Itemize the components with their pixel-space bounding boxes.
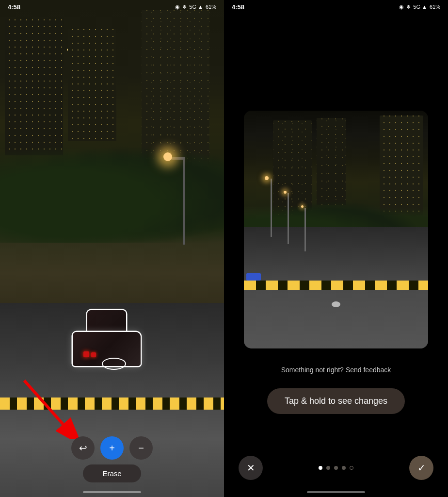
bottom-action-bar: ✕ ✓	[224, 456, 448, 480]
minus-button[interactable]: −	[129, 436, 153, 460]
right-road-divider	[244, 281, 428, 290]
car-taillight-left	[83, 351, 89, 357]
right-whatsapp-icon: ◉	[399, 4, 404, 10]
svg-line-1	[24, 381, 63, 424]
whatsapp-icon: ◉	[175, 4, 180, 10]
dot-1	[319, 466, 322, 470]
undo-button[interactable]: ↩	[71, 436, 95, 460]
close-icon: ✕	[247, 462, 255, 474]
left-status-time: 4:58	[8, 3, 20, 11]
progress-dots	[319, 466, 353, 470]
building-left	[5, 19, 63, 155]
right-panel: 4:58 ◉ ❄ 5G ▲ 61%	[224, 0, 448, 497]
right-road	[244, 227, 428, 348]
car-selection-oval	[102, 358, 126, 370]
car-with-outline	[63, 308, 150, 366]
right-status-bar: 4:58 ◉ ❄ 5G ▲ 61%	[224, 0, 448, 14]
right-battery-icon: 61%	[430, 4, 440, 10]
blue-vehicle	[246, 273, 261, 281]
red-arrow-icon	[10, 366, 82, 439]
dot-undo	[350, 466, 353, 470]
bottom-controls-left: ↩ + − Erase	[0, 436, 224, 482]
dot-4	[342, 466, 346, 470]
left-status-bar: 4:58 ◉ ❄ 5G ▲ 61%	[0, 0, 224, 14]
home-indicator-right[interactable]	[307, 491, 365, 493]
accept-button[interactable]: ✓	[409, 456, 433, 480]
signal-icon: 5G ▲	[189, 4, 203, 10]
right-status-icons: ◉ ❄ 5G ▲ 61%	[399, 4, 440, 10]
car-taillight-right	[91, 352, 96, 357]
right-wifi-icon: ❄	[406, 4, 411, 10]
add-button[interactable]: +	[100, 436, 124, 460]
right-photo-bg	[244, 111, 428, 348]
right-signal-icon: 5G ▲	[413, 4, 427, 10]
tap-hold-hint[interactable]: Tap & hold to see changes	[267, 388, 405, 414]
feedback-static-text: Something not right?	[281, 366, 344, 374]
control-buttons-row: ↩ + −	[71, 436, 153, 460]
erase-label: Erase	[83, 464, 141, 482]
dot-3	[334, 466, 338, 470]
undo-icon: ↩	[79, 442, 87, 454]
left-panel: 4:58 ◉ ❄ 5G ▲ 61% ↩ + − Erase	[0, 0, 224, 497]
left-status-icons: ◉ ❄ 5G ▲ 61%	[175, 4, 216, 10]
road-debris-object	[332, 301, 340, 307]
home-indicator-left[interactable]	[83, 491, 141, 493]
right-status-time: 4:58	[232, 3, 244, 11]
feedback-row: Something not right? Send feedback	[281, 357, 391, 374]
building-mid	[68, 29, 116, 141]
plus-icon: +	[109, 443, 115, 454]
check-icon: ✓	[417, 462, 426, 474]
send-feedback-link[interactable]: Send feedback	[346, 366, 391, 374]
dot-2	[326, 466, 330, 470]
right-processed-photo	[244, 111, 428, 348]
battery-icon: 61%	[206, 4, 216, 10]
tree-area-left	[0, 146, 224, 243]
minus-icon: −	[138, 443, 144, 454]
car-roof	[87, 310, 126, 334]
wifi-icon: ❄	[182, 4, 187, 10]
close-button[interactable]: ✕	[239, 456, 263, 480]
